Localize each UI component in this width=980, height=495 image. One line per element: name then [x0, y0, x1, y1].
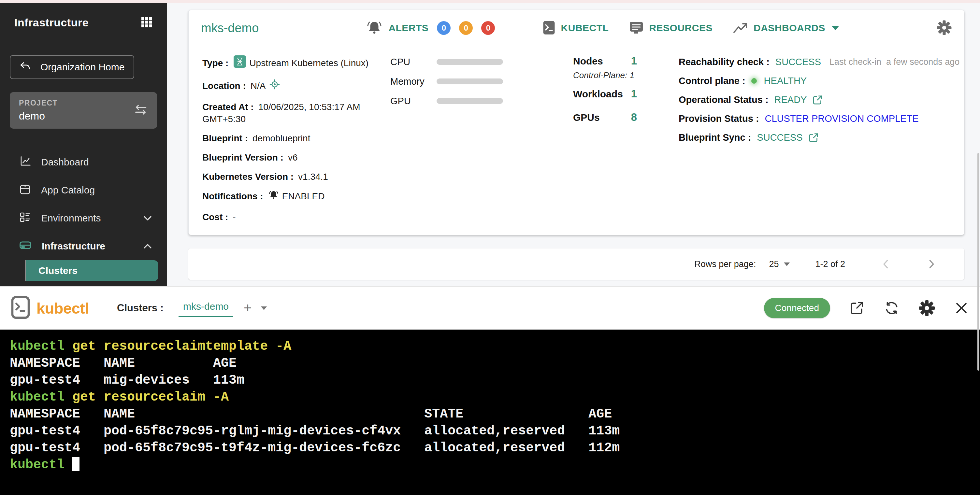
chevron-up-icon	[143, 241, 153, 252]
kubectl-panel-controls: Connected	[764, 298, 969, 318]
alert-badge-warning[interactable]: 0	[459, 21, 473, 35]
detail-blueprint: Blueprint :demoblueprint	[202, 132, 380, 144]
sidebar-item-dashboard[interactable]: Dashboard	[0, 148, 167, 176]
kubectl-terminal[interactable]: kubectl get resourceclaimtemplate -A NAM…	[0, 330, 980, 495]
cluster-card: mks-demo ALERTS 0 0 0	[188, 10, 964, 235]
provision-status-row: Provision Status : CLUSTER PROVISION COM…	[679, 113, 959, 125]
open-in-new-window-button[interactable]	[849, 300, 865, 316]
dashboard-chart-icon	[19, 155, 31, 170]
previous-page-button[interactable]	[881, 259, 891, 270]
close-terminal-button[interactable]	[954, 301, 969, 316]
gear-icon	[937, 20, 951, 36]
chevron-down-icon	[143, 213, 153, 224]
clusters-label: Clusters :	[117, 302, 164, 314]
reachability-status: SUCCESS	[775, 56, 821, 68]
sidebar-item-label: Infrastructure	[42, 241, 105, 252]
terminal-line: gpu-test4 mig-devices 113m	[10, 372, 980, 389]
open-in-new-icon[interactable]	[812, 94, 823, 106]
refresh-button[interactable]	[884, 300, 900, 316]
gpus-count-row: GPUs 8	[573, 111, 637, 124]
app-catalog-icon	[19, 183, 31, 198]
add-cluster-tab-button[interactable]: +	[242, 301, 254, 315]
cluster-card-body: Type :Upstream Kubernetes (Linux) Locati…	[189, 46, 964, 235]
alert-bell-icon	[366, 20, 382, 36]
connection-status-button[interactable]: Connected	[764, 298, 830, 318]
page-scrollbar-thumb[interactable]	[977, 153, 979, 371]
kubectl-panel-header: kubectl Clusters : mks-demo + Connected	[0, 286, 980, 330]
rows-per-page-select[interactable]: 25	[769, 259, 790, 269]
detail-created-at: Created At :10/06/2025, 10:53:17 AM GMT+…	[202, 101, 380, 125]
sidebar-item-label: Clusters	[38, 265, 78, 276]
usage-meters: CPU Memory GPU	[390, 57, 503, 115]
control-plane-note: Control-Plane: 1	[573, 70, 637, 81]
cluster-settings-button[interactable]	[937, 20, 951, 36]
sidebar-menu: Dashboard App Catalog Environments	[0, 148, 167, 281]
kubectl-button[interactable]: KUBECTL	[542, 20, 609, 36]
sidebar: Infrastructure Organization Home	[0, 3, 167, 286]
sidebar-title: Infrastructure	[14, 16, 89, 29]
terminal-line: kubectl get resourceclaim -A	[10, 389, 980, 406]
rows-per-page-value: 25	[769, 259, 779, 269]
sidebar-item-label: Dashboard	[41, 157, 89, 168]
detail-blueprint-version: Blueprint Version :v6	[202, 151, 380, 163]
top-edge-tint	[0, 0, 980, 3]
rows-per-page-label: Rows per page:	[694, 259, 756, 269]
resources-button-label: RESOURCES	[649, 22, 713, 33]
apps-grid-button[interactable]	[141, 16, 153, 29]
open-in-new-icon[interactable]	[808, 132, 819, 143]
gpu-meter: GPU	[390, 96, 503, 106]
alert-badge-info[interactable]: 0	[437, 21, 450, 35]
control-plane-status: HEALTHY	[764, 75, 807, 87]
terminal-line: gpu-test4 pod-65f8c79c95-t9f4z-mig-devic…	[10, 439, 980, 457]
sidebar-item-clusters[interactable]: Clusters	[26, 260, 158, 281]
terminal-cursor	[72, 457, 80, 471]
terminal-line: gpu-test4 pod-65f8c79c95-rglmj-mig-devic…	[10, 423, 980, 439]
workloads-count: 1	[631, 87, 637, 100]
kubernetes-type-icon	[234, 56, 246, 71]
organization-home-label: Organization Home	[40, 62, 124, 73]
cluster-tab-mks-demo[interactable]: mks-demo	[178, 299, 233, 317]
dashboards-button[interactable]: DASHBOARDS	[733, 21, 839, 35]
kubectl-terminal-icon	[11, 296, 30, 320]
detail-cost: Cost :-	[202, 211, 380, 223]
blueprint-sync-status: SUCCESS	[757, 132, 802, 144]
kubectl-logo-text: kubectl	[37, 299, 89, 317]
alerts-group[interactable]: ALERTS 0 0 0	[366, 20, 495, 36]
detail-location: Location :N/A	[202, 79, 380, 94]
memory-meter: Memory	[390, 76, 503, 87]
last-checkin-note: Last check-in a few seconds ago	[829, 56, 959, 68]
detail-type: Type :Upstream Kubernetes (Linux)	[202, 56, 380, 72]
organization-home-button[interactable]: Organization Home	[10, 55, 134, 79]
tab-dropdown-caret-icon[interactable]	[261, 306, 267, 310]
sidebar-item-infrastructure[interactable]: Infrastructure	[0, 232, 167, 260]
resources-button[interactable]: RESOURCES	[629, 20, 713, 36]
gpus-count: 8	[631, 111, 637, 124]
cluster-counts: Nodes 1 Control-Plane: 1 Workloads 1 GPU…	[573, 55, 637, 124]
cpu-meter: CPU	[390, 57, 503, 67]
next-page-button[interactable]	[927, 259, 936, 270]
back-arrow-icon	[19, 61, 30, 74]
terminal-settings-button[interactable]	[919, 300, 935, 316]
location-target-icon[interactable]	[269, 79, 280, 92]
cluster-details: Type :Upstream Kubernetes (Linux) Locati…	[202, 56, 380, 230]
notification-bell-icon	[269, 190, 279, 203]
nodes-count: 1	[631, 55, 637, 67]
dashboards-button-label: DASHBOARDS	[754, 22, 825, 33]
alert-badge-critical[interactable]: 0	[481, 21, 495, 35]
cluster-statuses: Reachability check : SUCCESS Last check-…	[679, 56, 959, 151]
terminal-line: NAMESPACE NAME AGE	[10, 355, 980, 372]
provision-status: CLUSTER PROVISION COMPLETE	[765, 113, 919, 125]
blueprint-sync-row: Blueprint Sync : SUCCESS	[679, 132, 959, 144]
swap-project-icon	[134, 104, 148, 117]
sidebar-item-app-catalog[interactable]: App Catalog	[0, 176, 167, 204]
operational-status: READY	[775, 94, 807, 106]
sidebar-item-label: Environments	[41, 213, 101, 224]
alerts-label: ALERTS	[388, 22, 428, 33]
reachability-status-row: Reachability check : SUCCESS Last check-…	[679, 56, 959, 68]
apps-grid-icon	[141, 16, 153, 29]
sidebar-item-environments[interactable]: Environments	[0, 204, 167, 232]
app-root: Infrastructure Organization Home	[0, 0, 980, 495]
project-switcher[interactable]: PROJECT demo	[10, 92, 157, 129]
sidebar-header: Infrastructure	[0, 3, 167, 42]
terminal-line: kubectl get resourceclaimtemplate -A	[10, 338, 980, 355]
